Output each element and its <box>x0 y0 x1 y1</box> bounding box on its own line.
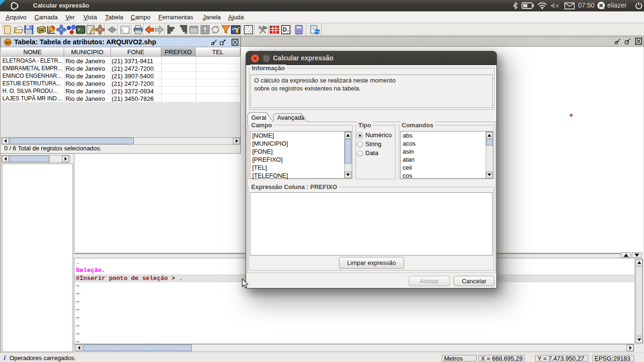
svg-text:SIG: SIG <box>5 41 10 44</box>
svg-text:?: ? <box>287 29 289 34</box>
